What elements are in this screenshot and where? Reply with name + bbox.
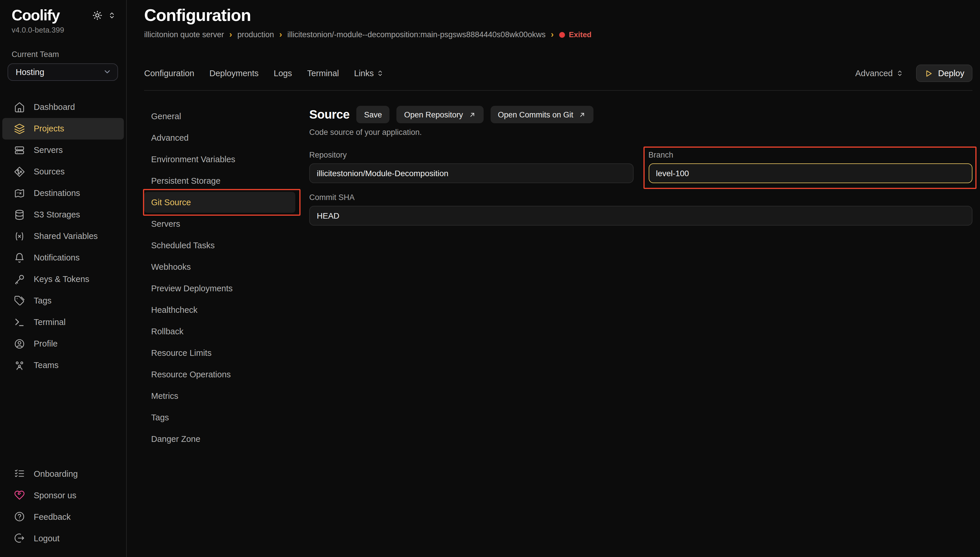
tab-configuration[interactable]: Configuration — [144, 68, 194, 78]
theme-chevrons-up-down-icon[interactable] — [108, 11, 116, 19]
sidebar-item-s3-storages[interactable]: S3 Storages — [2, 204, 124, 225]
sidebar: Coolify v4.0.0-beta.399 Current Team Hos… — [0, 0, 127, 557]
open-commits-button[interactable]: Open Commits on Git — [490, 106, 594, 123]
branch-label: Branch — [648, 151, 972, 159]
database-icon — [14, 209, 25, 220]
subnav-servers[interactable]: Servers — [144, 213, 295, 234]
app-logo: Coolify — [11, 7, 60, 24]
terminal-icon — [14, 317, 25, 327]
map-icon — [14, 187, 25, 199]
commit-sha-field: Commit SHA — [309, 193, 972, 226]
sidebar-item-teams[interactable]: Teams — [2, 354, 124, 376]
settings-subnav: General Advanced Environment Variables P… — [144, 106, 295, 450]
external-link-icon — [468, 111, 476, 118]
subnav-rollback[interactable]: Rollback — [144, 321, 295, 342]
sidebar-item-sponsor-us[interactable]: Sponsor us — [2, 484, 124, 506]
status-badge: Exited — [559, 30, 592, 39]
commit-sha-label: Commit SHA — [309, 193, 972, 202]
home-icon — [14, 101, 25, 112]
tab-logs[interactable]: Logs — [274, 68, 292, 78]
theme-sun-icon[interactable] — [93, 10, 102, 20]
source-subtitle: Code source of your application. — [309, 128, 972, 137]
checklist-icon — [14, 468, 25, 479]
tag-icon — [14, 295, 25, 306]
branch-field: Branch — [648, 151, 972, 183]
sidebar-item-destinations[interactable]: Destinations — [2, 182, 124, 204]
breadcrumb-project[interactable]: illicitonion quote server — [144, 30, 224, 39]
help-circle-icon — [14, 511, 25, 522]
key-icon — [14, 274, 25, 285]
team-select-value: Hosting — [16, 67, 44, 77]
subnav-git-source[interactable]: Git Source — [144, 192, 295, 213]
commit-sha-input[interactable] — [309, 206, 972, 226]
sidebar-item-servers[interactable]: Servers — [2, 139, 124, 161]
subnav-tags[interactable]: Tags — [144, 407, 295, 428]
page-title: Configuration — [144, 6, 972, 25]
sidebar-item-profile[interactable]: Profile — [2, 333, 124, 354]
advanced-dropdown[interactable]: Advanced — [855, 68, 903, 78]
sidebar-footer-nav: Onboarding Sponsor us Feedback Logout — [0, 463, 126, 549]
subnav-metrics[interactable]: Metrics — [144, 386, 295, 406]
current-team-label: Current Team — [0, 34, 126, 59]
play-icon — [924, 69, 933, 78]
tab-deployments[interactable]: Deployments — [210, 68, 258, 78]
subnav-resource-operations[interactable]: Resource Operations — [144, 364, 295, 385]
chevron-right-icon: › — [229, 30, 232, 38]
repository-label: Repository — [309, 151, 633, 159]
sidebar-item-feedback[interactable]: Feedback — [2, 506, 124, 527]
tab-links[interactable]: Links — [354, 68, 384, 78]
subnav-resource-limits[interactable]: Resource Limits — [144, 342, 295, 363]
subnav-advanced[interactable]: Advanced — [144, 127, 295, 148]
sidebar-item-notifications[interactable]: Notifications — [2, 247, 124, 268]
breadcrumb-resource[interactable]: illicitestonion/-module--decomposition:m… — [288, 30, 546, 39]
sidebar-nav: Dashboard Projects Servers Sources Desti… — [0, 96, 126, 376]
subnav-persistent-storage[interactable]: Persistent Storage — [144, 170, 295, 191]
tab-terminal[interactable]: Terminal — [307, 68, 339, 78]
subnav-webhooks[interactable]: Webhooks — [144, 256, 295, 277]
chevron-right-icon: › — [279, 30, 282, 38]
sidebar-item-shared-variables[interactable]: Shared Variables — [2, 225, 124, 247]
breadcrumb-environment[interactable]: production — [237, 30, 274, 39]
sidebar-item-projects[interactable]: Projects — [2, 118, 124, 139]
chevron-right-icon: › — [551, 30, 554, 38]
sidebar-item-logout[interactable]: Logout — [2, 527, 124, 549]
team-select[interactable]: Hosting — [8, 63, 118, 80]
sidebar-item-terminal[interactable]: Terminal — [2, 311, 124, 333]
variable-icon — [14, 231, 25, 241]
main-content: Configuration illicitonion quote server … — [127, 0, 980, 557]
heart-handshake-icon — [14, 490, 25, 501]
subnav-danger-zone[interactable]: Danger Zone — [144, 428, 295, 450]
layers-icon — [14, 123, 25, 134]
chevrons-up-down-icon — [377, 70, 384, 77]
sidebar-item-tags[interactable]: Tags — [2, 290, 124, 311]
breadcrumb: illicitonion quote server › production ›… — [144, 30, 972, 39]
tab-bar: Configuration Deployments Logs Terminal … — [144, 65, 972, 91]
source-heading: Source — [309, 107, 349, 122]
repository-input[interactable] — [309, 163, 633, 183]
status-dot-icon — [559, 32, 565, 37]
sidebar-item-keys-tokens[interactable]: Keys & Tokens — [2, 268, 124, 290]
chevron-down-icon — [103, 67, 112, 76]
coolify-app: Coolify v4.0.0-beta.399 Current Team Hos… — [0, 0, 980, 557]
source-section: Source Save Open Repository Open Commits… — [309, 106, 972, 450]
deploy-button[interactable]: Deploy — [916, 65, 972, 82]
users-icon — [14, 360, 25, 371]
server-icon — [14, 145, 25, 156]
subnav-scheduled-tasks[interactable]: Scheduled Tasks — [144, 235, 295, 256]
save-button[interactable]: Save — [357, 106, 390, 123]
app-version: v4.0.0-beta.399 — [0, 24, 126, 34]
sidebar-item-sources[interactable]: Sources — [2, 161, 124, 182]
user-circle-icon — [14, 338, 25, 349]
subnav-preview-deployments[interactable]: Preview Deployments — [144, 278, 295, 299]
sidebar-item-onboarding[interactable]: Onboarding — [2, 463, 124, 484]
branch-input[interactable] — [648, 163, 972, 183]
subnav-healthcheck[interactable]: Healthcheck — [144, 300, 295, 320]
bell-icon — [14, 252, 25, 263]
git-source-icon — [14, 166, 25, 177]
open-repository-button[interactable]: Open Repository — [397, 106, 483, 123]
subnav-general[interactable]: General — [144, 106, 295, 127]
chevrons-up-down-icon — [896, 70, 903, 77]
subnav-environment-variables[interactable]: Environment Variables — [144, 149, 295, 170]
external-link-icon — [579, 111, 586, 118]
sidebar-item-dashboard[interactable]: Dashboard — [2, 96, 124, 118]
